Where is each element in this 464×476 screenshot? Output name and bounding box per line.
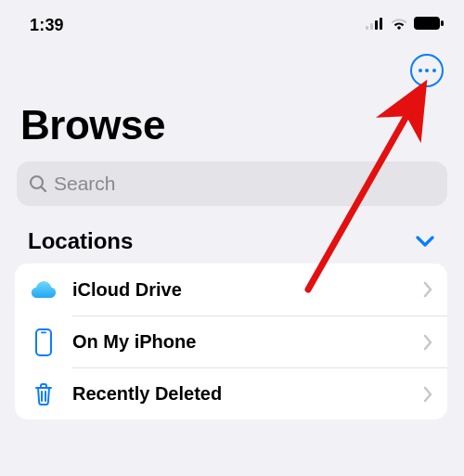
location-label: Recently Deleted — [72, 383, 423, 405]
svg-rect-10 — [41, 331, 46, 333]
location-label: iCloud Drive — [72, 279, 423, 301]
iphone-icon — [30, 328, 58, 356]
battery-icon — [414, 17, 444, 33]
cellular-icon — [366, 17, 384, 33]
chevron-right-icon — [423, 281, 432, 298]
search-input[interactable] — [54, 173, 436, 195]
location-row-icloud[interactable]: iCloud Drive — [15, 264, 447, 315]
svg-point-4 — [397, 26, 401, 30]
locations-list: iCloud Drive On My iPhone — [15, 264, 447, 419]
svg-line-8 — [42, 187, 46, 192]
location-row-recently-deleted[interactable]: Recently Deleted — [72, 367, 447, 419]
chevron-down-icon — [416, 235, 434, 248]
nav-bar — [0, 43, 464, 87]
search-field[interactable] — [17, 161, 447, 206]
location-row-on-my-iphone[interactable]: On My iPhone — [72, 315, 447, 367]
chevron-right-icon — [423, 386, 432, 403]
search-container — [17, 161, 447, 206]
svg-rect-6 — [441, 20, 444, 26]
wifi-icon — [390, 17, 408, 33]
cloud-icon — [30, 276, 58, 303]
page-title: Browse — [0, 87, 464, 161]
files-browse-screen: 1:39 — [0, 0, 464, 476]
svg-rect-2 — [375, 20, 378, 30]
more-button[interactable] — [410, 54, 444, 87]
chevron-right-icon — [423, 334, 432, 351]
svg-rect-3 — [380, 18, 382, 30]
status-indicators — [366, 17, 444, 33]
trash-icon — [30, 380, 58, 408]
svg-rect-0 — [366, 26, 368, 30]
search-icon — [28, 174, 48, 194]
svg-rect-5 — [414, 17, 440, 30]
svg-rect-1 — [370, 23, 373, 30]
locations-header[interactable]: Locations — [0, 228, 464, 264]
locations-title: Locations — [28, 228, 133, 254]
status-time: 1:39 — [30, 16, 64, 35]
status-bar: 1:39 — [0, 0, 464, 43]
ellipsis-icon — [419, 69, 436, 72]
location-label: On My iPhone — [72, 331, 423, 353]
